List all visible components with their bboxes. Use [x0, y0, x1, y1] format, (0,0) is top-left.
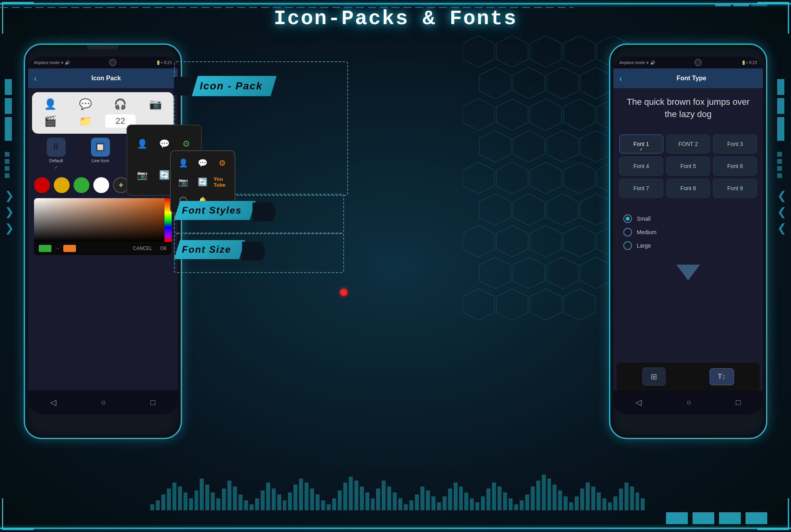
right-phone-header: ‹ Font Type: [613, 68, 763, 88]
eq-bar: [404, 504, 408, 510]
font-btn-2[interactable]: FONT 2: [666, 134, 710, 153]
left-status-right: 🔋+ 8:23: [156, 61, 172, 65]
eq-bar: [464, 492, 468, 510]
dec-bar-3: [751, 3, 767, 6]
color-from-swatch: [39, 245, 51, 252]
font-styles-label: Font Styles: [174, 201, 255, 220]
eq-bar: [277, 494, 281, 510]
eq-bar: [376, 488, 380, 510]
icon-folder[interactable]: 📁: [70, 114, 101, 128]
eq-bar: [591, 487, 595, 510]
default-label: Default: [49, 158, 63, 163]
right-nav-home[interactable]: ○: [686, 398, 691, 407]
eq-bar: [200, 479, 204, 510]
eq-bar: [195, 490, 199, 510]
font6-label: Font 6: [715, 163, 755, 169]
right-nav-recents[interactable]: □: [736, 398, 740, 407]
left-chevron-1: ❯: [5, 189, 14, 202]
bottom-line: [0, 528, 791, 529]
left-nav-recents[interactable]: □: [150, 398, 155, 407]
eq-bar: [299, 479, 303, 510]
icon-headset[interactable]: 🎧: [105, 98, 136, 110]
orange-icon-5: 🔄: [194, 173, 211, 191]
font-btn-4[interactable]: Font 4: [619, 157, 663, 176]
icon-camera[interactable]: 📷: [140, 98, 171, 110]
radio-large-circle: [623, 241, 632, 250]
eq-bar: [536, 481, 540, 510]
font-btn-8[interactable]: Font 8: [666, 179, 710, 198]
font-btn-1[interactable]: Font 1 ✓: [619, 134, 663, 153]
color-white[interactable]: [93, 177, 109, 193]
font-tool-btn[interactable]: T↕: [710, 368, 734, 385]
triangle-shape: [676, 265, 700, 280]
dot-2: [693, 512, 714, 524]
eq-bar: [553, 485, 556, 510]
font2-label: FONT 2: [669, 141, 708, 147]
cancel-button[interactable]: CANCEL: [133, 246, 152, 251]
color-gradient[interactable]: [34, 198, 165, 242]
font-btn-7[interactable]: Font 7: [619, 179, 663, 198]
icon-pack-tool-btn[interactable]: ⊞: [642, 367, 666, 386]
right-nav-back[interactable]: ◁: [636, 398, 642, 407]
eq-bar: [602, 498, 606, 510]
eq-bar: [184, 492, 187, 510]
icon-video[interactable]: 🎬: [35, 114, 66, 128]
eq-bar: [161, 494, 165, 510]
right-back-button[interactable]: ‹: [619, 74, 622, 83]
option-default[interactable]: ⠿ Default ✓: [47, 138, 66, 170]
radio-small[interactable]: Small: [623, 214, 753, 223]
left-nav-back[interactable]: ◁: [50, 398, 56, 407]
font-btn-6[interactable]: Font 6: [713, 157, 757, 176]
eq-bar: [250, 504, 254, 510]
font-size-radio-group: Small Medium Large: [613, 204, 763, 261]
font-btn-9[interactable]: Font 9: [713, 179, 757, 198]
orange-icon-1: 👤: [175, 155, 192, 170]
eq-bar: [332, 498, 336, 510]
right-chevron-1: ❮: [777, 189, 786, 202]
eq-bar: [580, 488, 584, 510]
font-size-label: Font Size: [174, 240, 245, 259]
eq-bar: [486, 488, 490, 510]
eq-bar: [398, 498, 402, 510]
color-yellow[interactable]: [54, 177, 70, 193]
radio-medium[interactable]: Medium: [623, 228, 753, 237]
left-sm-3: [5, 166, 9, 171]
ok-button[interactable]: OK: [160, 246, 167, 251]
font-btn-5[interactable]: Font 5: [666, 157, 710, 176]
option-line-icon[interactable]: 🔲 Line Icon: [91, 138, 110, 170]
side-left-decoration: ❯ ❯ ❯: [5, 79, 14, 235]
eq-bar: [475, 502, 479, 510]
eq-bar: [255, 498, 259, 510]
icon-sms[interactable]: 💬: [70, 98, 101, 110]
left-camera: [109, 59, 116, 66]
eq-bar: [509, 498, 513, 510]
right-sm-4: [777, 173, 782, 178]
eq-bar: [371, 498, 375, 510]
eq-bar: [382, 481, 386, 510]
right-bottom-toolbar: ⊞ T↕: [617, 363, 760, 390]
radio-large[interactable]: Large: [623, 241, 753, 250]
left-back-button[interactable]: ‹: [34, 74, 37, 83]
page-title: Icon-Packs & Fonts: [274, 7, 517, 30]
color-picker-gradient-area[interactable]: [34, 198, 172, 242]
color-red[interactable]: [34, 177, 50, 193]
eq-bar: [393, 492, 397, 510]
left-nav-home[interactable]: ○: [101, 398, 106, 407]
color-green[interactable]: [74, 177, 89, 193]
eq-bar: [597, 492, 601, 510]
left-sm-2: [5, 159, 9, 164]
eq-bar: [575, 496, 579, 510]
color-picker: → CANCEL OK: [34, 198, 172, 255]
left-header-title: Icon Pack: [41, 75, 172, 82]
eq-bar: [586, 483, 590, 510]
left-bar-1: [5, 79, 12, 95]
font3-label: Font 3: [715, 141, 755, 147]
eq-bar: [349, 477, 353, 510]
icon-contacts[interactable]: 👤: [35, 98, 66, 110]
radio-small-circle: [623, 214, 632, 223]
color-picker-actions: → CANCEL OK: [34, 242, 172, 255]
font-btn-3[interactable]: Font 3: [713, 134, 757, 153]
icon-pack-label: Icon - Pack: [200, 80, 263, 92]
font9-label: Font 9: [715, 185, 755, 191]
equalizer: [150, 455, 645, 510]
